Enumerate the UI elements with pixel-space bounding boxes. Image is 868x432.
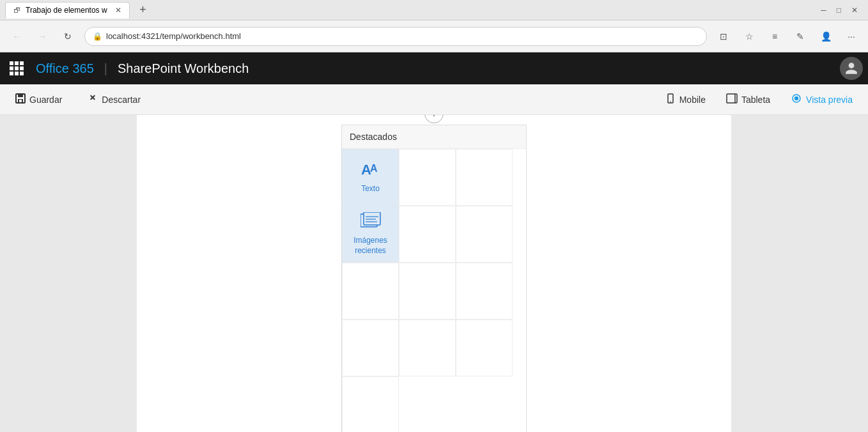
title-bar: 🗗 Trabajo de elementos w ✕ + ─ □ ✕ bbox=[0, 0, 868, 20]
save-button[interactable]: Guardar bbox=[10, 91, 67, 109]
preview-label: Vista previa bbox=[806, 95, 853, 105]
mobile-label: Mobile bbox=[679, 95, 706, 105]
panel-empty-slot-8 bbox=[342, 320, 399, 376]
svg-point-5 bbox=[795, 97, 798, 100]
tab-title: Trabajo de elementos w bbox=[26, 6, 107, 15]
office365-label: Office 365 bbox=[28, 61, 102, 76]
favorites-button[interactable]: ☆ bbox=[740, 27, 758, 45]
mobile-icon bbox=[665, 93, 676, 105]
waffle-grid-icon bbox=[10, 61, 24, 75]
panel-body: A A Texto bbox=[342, 149, 526, 433]
browser-actions: ⊡ ☆ ≡ ✎ 👤 ··· bbox=[715, 27, 860, 45]
webpart-item-imagenes[interactable]: Imágenes recientes bbox=[342, 206, 399, 263]
user-avatar[interactable] bbox=[840, 57, 863, 80]
discard-icon bbox=[88, 93, 98, 106]
panel-empty-slot-1 bbox=[399, 149, 456, 206]
refresh-button[interactable]: ↻ bbox=[59, 27, 77, 45]
save-label: Guardar bbox=[29, 95, 62, 105]
app-title-divider: | bbox=[104, 61, 107, 76]
back-button[interactable]: ← bbox=[8, 27, 26, 45]
texto-label: Texto bbox=[361, 184, 380, 194]
window-controls: ─ □ ✕ bbox=[821, 6, 863, 15]
panel-empty-slot-3 bbox=[399, 206, 456, 263]
discard-label: Descartar bbox=[102, 95, 141, 105]
panel-empty-slot-4 bbox=[456, 206, 513, 263]
svg-point-1 bbox=[670, 101, 671, 102]
texto-icon: A A bbox=[361, 160, 380, 181]
panel-header: Destacados bbox=[342, 125, 526, 149]
tab-close-button[interactable]: ✕ bbox=[115, 6, 121, 15]
tablet-icon bbox=[726, 93, 738, 105]
save-icon bbox=[15, 93, 26, 106]
panel-empty-slot-9 bbox=[399, 320, 456, 376]
reader-mode-button[interactable]: ⊡ bbox=[715, 27, 732, 45]
preview-icon bbox=[791, 93, 802, 105]
pen-button[interactable]: ✎ bbox=[791, 27, 809, 45]
address-input[interactable]: 🔒 localhost:4321/temp/workbench.html bbox=[84, 27, 707, 46]
mobile-view-button[interactable]: Mobile bbox=[660, 91, 711, 108]
forward-button[interactable]: → bbox=[33, 27, 51, 45]
webpart-picker-panel: Destacados A A Texto bbox=[341, 125, 527, 433]
panel-empty-slot-5 bbox=[342, 263, 399, 320]
url-text: localhost:4321/temp/workbench.html bbox=[106, 31, 241, 41]
imagenes-icon bbox=[360, 212, 381, 233]
view-options: Mobile Tableta Vista pre bbox=[660, 91, 858, 108]
profile-button[interactable]: 👤 bbox=[817, 27, 835, 45]
main-content: + Destacados A A Texto bbox=[0, 115, 868, 432]
add-webpart-button[interactable]: + bbox=[424, 115, 444, 123]
panel-empty-slot-2 bbox=[456, 149, 513, 206]
app-bar: Office 365 | SharePoint Workbench bbox=[0, 52, 868, 84]
panel-empty-slot-11 bbox=[342, 376, 399, 433]
more-button[interactable]: ··· bbox=[842, 27, 860, 45]
discard-button[interactable]: Descartar bbox=[82, 91, 146, 109]
minimize-button[interactable]: ─ bbox=[821, 6, 826, 15]
panel-empty-slot-10 bbox=[456, 320, 513, 376]
settings-menu-button[interactable]: ≡ bbox=[766, 27, 784, 45]
svg-rect-9 bbox=[364, 212, 380, 225]
toolbar: Guardar Descartar Mobile bbox=[0, 84, 868, 115]
svg-text:A: A bbox=[370, 163, 378, 174]
tablet-view-button[interactable]: Tableta bbox=[721, 91, 775, 108]
panel-empty-slot-6 bbox=[399, 263, 456, 320]
maximize-button[interactable]: □ bbox=[837, 6, 841, 15]
new-tab-button[interactable]: + bbox=[135, 2, 151, 19]
preview-button[interactable]: Vista previa bbox=[786, 91, 858, 108]
imagenes-label: Imágenes recientes bbox=[343, 236, 398, 256]
waffle-menu-button[interactable] bbox=[5, 57, 28, 80]
browser-window: 🗗 Trabajo de elementos w ✕ + ─ □ ✕ ← → ↻… bbox=[0, 0, 868, 432]
tablet-label: Tableta bbox=[741, 95, 770, 105]
tab-page-icon: 🗗 bbox=[13, 6, 20, 14]
sharepoint-workbench-label: SharePoint Workbench bbox=[110, 61, 256, 76]
browser-tab[interactable]: 🗗 Trabajo de elementos w ✕ bbox=[5, 2, 130, 19]
webpart-item-texto[interactable]: A A Texto bbox=[342, 149, 399, 206]
close-button[interactable]: ✕ bbox=[851, 6, 858, 15]
panel-empty-slot-7 bbox=[456, 263, 513, 320]
canvas: + Destacados A A Texto bbox=[137, 115, 731, 432]
address-bar: ← → ↻ 🔒 localhost:4321/temp/workbench.ht… bbox=[0, 20, 868, 52]
lock-icon: 🔒 bbox=[93, 32, 102, 41]
